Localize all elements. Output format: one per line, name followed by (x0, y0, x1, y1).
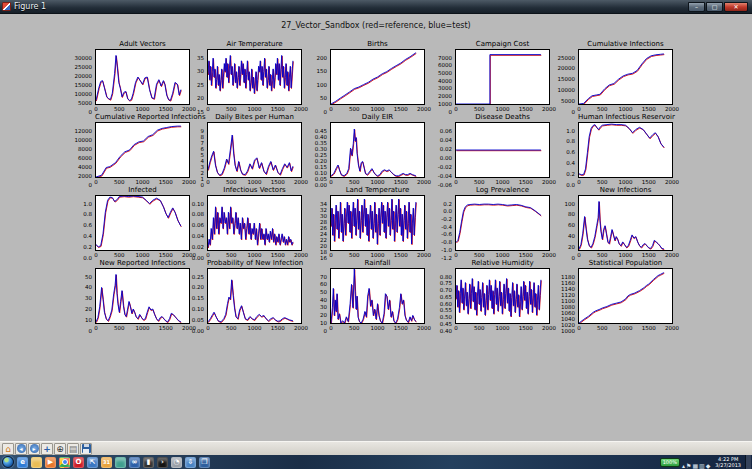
subplot-births: Births 050100150200 0500100015002000 (297, 40, 427, 113)
plot-lines (579, 269, 672, 323)
test-line (331, 129, 416, 176)
x-axis-ticks: 0500100015002000 (578, 179, 673, 186)
reference-line (456, 205, 541, 243)
subplot-campaign-cost: Campaign Cost 01000200030004000500060007… (422, 40, 552, 113)
taskbar-clock[interactable]: 4:22 PM 3/27/2013 (715, 456, 741, 468)
system-tray: 100% ▴⚑▦▥◆ 4:22 PM 3/27/2013 (660, 453, 752, 469)
blue-rings-icon[interactable]: ∞ (129, 457, 140, 468)
clock-pie-icon[interactable]: ◔ (171, 457, 182, 468)
x-axis-ticks: 0500100015002000 (455, 252, 550, 259)
reference-line (579, 202, 664, 250)
pan-button[interactable]: + (41, 443, 53, 455)
y-axis-ticks: 0.400.450.500.550.600.650.700.750.80 (422, 268, 453, 324)
subplot-title: New Infections (578, 186, 673, 194)
windows-taskbar: e▶O⇱31∞▮›◔⇩❐ 100% ▴⚑▦▥◆ 4:22 PM 3/27/201… (0, 455, 752, 469)
reference-line (579, 55, 664, 104)
opera-icon[interactable]: O (73, 457, 84, 468)
calendar-icon[interactable]: 31 (101, 457, 112, 468)
test-line (579, 124, 664, 175)
show-desktop-button[interactable] (745, 455, 751, 469)
test-line (579, 273, 664, 323)
plot-area (578, 268, 673, 324)
plot-lines (331, 196, 424, 250)
tray-icon-3[interactable]: ▥ (699, 462, 705, 469)
x-axis-ticks: 0500100015002000 (207, 106, 302, 113)
subplot-title: Daily EIR (330, 113, 425, 121)
tray-icon-1[interactable]: ⚑ (686, 462, 691, 469)
chrome-icon[interactable] (59, 457, 70, 468)
console-monitor-icon[interactable]: ▮ (143, 457, 154, 468)
subplot-daily-eir: Daily EIR 0.000.050.100.150.200.250.300.… (297, 113, 427, 186)
plot-lines (331, 269, 424, 323)
subplot-title: Disease Deaths (455, 113, 550, 121)
subplot-title: Daily Bites per Human (207, 113, 302, 121)
plot-area (455, 122, 550, 178)
plot-area (578, 122, 673, 178)
reference-line (96, 127, 181, 177)
tray-icon-2[interactable]: ▦ (692, 462, 698, 469)
maximize-button[interactable]: ▢ (706, 2, 723, 12)
subplot-title: Human Infectious Reservoir (578, 113, 673, 121)
plot-lines (579, 50, 672, 104)
x-axis-ticks: 0500100015002000 (455, 179, 550, 186)
subplot-title: Infectious Vectors (207, 186, 302, 194)
y-axis-ticks: 010203040506070 (297, 268, 328, 324)
test-line (579, 201, 664, 249)
zoom-button[interactable]: ⊕ (54, 443, 66, 455)
y-axis-ticks: -1.2-1.0-0.8-0.6-0.4-0.20.00.2 (422, 195, 453, 251)
plot-area (330, 268, 425, 324)
test-line (456, 204, 541, 242)
plot-area (207, 122, 302, 178)
plot-lines (208, 50, 301, 104)
subplot-title: Cumulative Infections (578, 40, 673, 48)
plot-lines (579, 123, 672, 177)
subplots-button[interactable]: ▤ (67, 443, 79, 455)
subplot-title: Land Temperature (330, 186, 425, 194)
save-button[interactable] (80, 443, 92, 455)
subplot-title: Relative Humidity (455, 259, 550, 267)
plot-area (207, 268, 302, 324)
forward-button[interactable]: ▸ (28, 443, 40, 455)
y-axis-ticks: 050100150200 (297, 49, 328, 105)
plot-area (455, 195, 550, 251)
battery-indicator[interactable]: 100% (660, 458, 680, 467)
minimize-button[interactable]: – (688, 2, 705, 12)
tray-icon-4[interactable]: ◆ (706, 462, 711, 469)
y-axis-ticks: 01000200030004000500060007000 (422, 49, 453, 105)
home-button[interactable]: ⌂ (2, 443, 14, 455)
test-line (456, 55, 541, 104)
window-titlebar: Figure 1 – ▢ ✕ (0, 0, 752, 14)
command-prompt-icon[interactable]: › (157, 457, 168, 468)
back-button[interactable]: ◂ (15, 443, 27, 455)
document-app2-icon[interactable]: ❐ (199, 457, 210, 468)
document-app-icon[interactable]: ⇩ (185, 457, 196, 468)
subplot-infected: Infected 0.00.20.40.60.81.0 050010001500… (62, 186, 192, 259)
x-axis-ticks: 0500100015002000 (207, 325, 302, 332)
media-player-icon[interactable]: ▶ (45, 457, 56, 468)
internet-explorer-icon[interactable]: e (17, 457, 28, 468)
plot-area (330, 122, 425, 178)
start-button[interactable] (2, 456, 14, 468)
tray-icons: ▴⚑▦▥◆ (682, 453, 711, 469)
subplot-infectious-vectors: Infectious Vectors 0.000.020.040.060.080… (174, 186, 304, 259)
test-line (579, 54, 664, 104)
subplot-log-prevalence: Log Prevalence -1.2-1.0-0.8-0.6-0.4-0.20… (422, 186, 552, 259)
reference-line (331, 270, 416, 323)
tray-icon-0[interactable]: ▴ (682, 462, 685, 469)
subplot-title: Rainfall (330, 259, 425, 267)
subplot-title: Statistical Population (578, 259, 673, 267)
close-button[interactable]: ✕ (724, 2, 748, 12)
plot-area (207, 195, 302, 251)
y-axis-ticks: 0.000.050.100.150.200.250.300.350.400.45 (297, 122, 328, 178)
subplot-adult-vectors: Adult Vectors 05000100001500020000250003… (62, 40, 192, 113)
remote-desktop-icon[interactable]: ⇱ (87, 457, 98, 468)
x-axis-ticks: 0500100015002000 (578, 106, 673, 113)
explorer-folder-icon[interactable] (31, 457, 42, 468)
subplot-new-reported-infections: New Reported Infections 01020304050 0500… (62, 259, 192, 332)
y-axis-ticks: -0.06-0.04-0.020.000.020.040.06 (422, 122, 453, 178)
test-line (96, 274, 181, 322)
green-app-icon[interactable] (115, 457, 126, 468)
plot-area (330, 49, 425, 105)
x-axis-ticks: 0500100015002000 (330, 252, 425, 259)
subplot-disease-deaths: Disease Deaths -0.06-0.04-0.020.000.020.… (422, 113, 552, 186)
